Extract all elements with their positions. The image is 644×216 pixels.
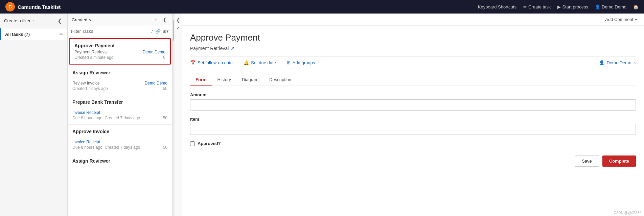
task-sub: Invoice Receipt bbox=[72, 140, 167, 144]
task-assignee: Demo Demo bbox=[143, 50, 165, 54]
task-name: Approve Payment bbox=[74, 43, 165, 48]
external-process-link[interactable]: ↗ bbox=[231, 46, 235, 51]
filter-icons: 7 🔗 ⊞▾ bbox=[151, 29, 169, 34]
edit-filter-button[interactable]: ✏ bbox=[60, 32, 63, 37]
start-process-link[interactable]: ▶ Start process bbox=[557, 4, 588, 9]
task-process: Invoice Receipt bbox=[72, 140, 100, 144]
home-icon: 🏠 bbox=[633, 4, 639, 9]
task-item[interactable]: Invoice Receipt Due 8 hours ago, Created… bbox=[68, 106, 172, 125]
pencil-icon: ✏ bbox=[523, 4, 527, 9]
collapse-task-list-button[interactable]: ❮ bbox=[161, 16, 168, 23]
add-groups-button[interactable]: ⊞ Add groups bbox=[287, 60, 315, 65]
task-group-label: Assign Reviewer bbox=[68, 66, 172, 77]
watermark: CSDN @yjk23332 bbox=[614, 211, 641, 215]
task-list-scrollbar[interactable] bbox=[172, 14, 175, 216]
sidebar-header: Create a filter + ❮ bbox=[0, 14, 67, 28]
task-item[interactable]: Invoice Receipt Due 8 hours ago, Created… bbox=[68, 136, 172, 154]
create-task-link[interactable]: ✏ Create task bbox=[523, 4, 551, 9]
task-tabs: Form History Diagram Description bbox=[190, 74, 636, 86]
task-list-header-actions: + ❮ bbox=[153, 16, 168, 23]
app-title: Camunda Tasklist bbox=[18, 4, 61, 10]
task-count: 50 bbox=[163, 145, 167, 150]
task-process: Payment Retrieval bbox=[74, 50, 108, 54]
assignee-person-icon: 👤 bbox=[599, 60, 604, 65]
task-meta: Due 8 hours ago, Created 7 days ago 50 bbox=[72, 116, 167, 120]
app-logo: C bbox=[5, 2, 15, 11]
tab-form[interactable]: Form bbox=[190, 74, 212, 86]
task-list-header: Created ∨ + ❮ bbox=[68, 14, 172, 26]
filter-count-label: 7 bbox=[151, 29, 153, 34]
username-label: Demo Demo bbox=[602, 4, 626, 9]
set-follow-up-label: Set follow-up date bbox=[198, 60, 233, 65]
item-label: Item bbox=[190, 117, 636, 122]
task-detail-subtitle: Payment Retrieval ↗ bbox=[190, 46, 636, 51]
create-filter-label: Create a filter bbox=[4, 18, 30, 23]
task-process-name: Payment Retrieval bbox=[190, 46, 229, 51]
main-content: Add Comment + Approve Payment Payment Re… bbox=[182, 14, 644, 216]
top-navigation: C Camunda Tasklist Keyboard Shortcuts ✏ … bbox=[0, 0, 644, 14]
task-count: 50 bbox=[163, 116, 167, 120]
user-icon: 👤 bbox=[595, 4, 600, 9]
approved-label: Approved? bbox=[198, 141, 221, 146]
home-link[interactable]: 🏠 bbox=[633, 4, 639, 9]
tab-description[interactable]: Description bbox=[264, 74, 297, 86]
left-sidebar: Create a filter + ❮ All tasks (7) ✏ bbox=[0, 14, 68, 216]
task-item[interactable]: Approve Payment Payment Retrieval Demo D… bbox=[69, 38, 171, 65]
set-due-date-button[interactable]: 🔔 Set due date bbox=[244, 60, 276, 65]
task-assignee: Demo Demo bbox=[145, 81, 167, 86]
task-sub: Review Invoice Demo Demo bbox=[72, 81, 167, 86]
task-count: 0 bbox=[163, 55, 165, 60]
groups-icon: ⊞ bbox=[287, 60, 291, 65]
tab-diagram[interactable]: Diagram bbox=[236, 74, 264, 86]
keyboard-shortcuts-link[interactable]: Keyboard Shortcuts bbox=[478, 4, 516, 9]
amount-input[interactable] bbox=[190, 99, 636, 111]
task-items-list: Approve Payment Payment Retrieval Demo D… bbox=[68, 37, 172, 216]
task-created: Created 7 days ago bbox=[72, 86, 108, 91]
create-task-label: Create task bbox=[528, 4, 551, 9]
task-form: Amount Item Approved? Save Complete bbox=[190, 92, 636, 173]
sidebar-collapse-button[interactable]: ❮ bbox=[56, 17, 63, 25]
approved-checkbox[interactable] bbox=[190, 141, 195, 146]
top-nav-right: Keyboard Shortcuts ✏ Create task ▶ Start… bbox=[478, 4, 639, 9]
panel-collapse-area: ❮ ⤢ bbox=[175, 14, 182, 216]
set-follow-up-button[interactable]: 📅 Set follow-up date bbox=[190, 60, 233, 65]
add-task-button[interactable]: + bbox=[153, 16, 159, 23]
calendar-icon: 📅 bbox=[190, 60, 196, 65]
panel-prev-button[interactable]: ❮ bbox=[176, 16, 180, 24]
scroll-thumb bbox=[173, 20, 174, 41]
task-sort-button[interactable]: Created ∨ bbox=[72, 17, 92, 22]
user-menu[interactable]: 👤 Demo Demo bbox=[595, 4, 626, 9]
main-content-header: Add Comment + bbox=[182, 14, 644, 26]
add-comment-plus: + bbox=[635, 17, 637, 22]
task-created: Due 8 hours ago, Created 7 days ago bbox=[72, 116, 140, 120]
add-groups-label: Add groups bbox=[293, 60, 315, 65]
task-meta: Created a minute ago 0 bbox=[74, 55, 165, 60]
save-button[interactable]: Save bbox=[575, 155, 599, 167]
panel-expand-button[interactable]: ⤢ bbox=[176, 24, 180, 32]
task-group-label: Assign Reviewer bbox=[68, 154, 172, 165]
tab-history[interactable]: History bbox=[212, 74, 236, 86]
task-filter-bar: 7 🔗 ⊞▾ bbox=[68, 26, 172, 37]
task-process: Invoice Receipt bbox=[72, 110, 100, 115]
set-due-date-label: Set due date bbox=[251, 60, 276, 65]
task-process: Review Invoice bbox=[72, 81, 100, 86]
task-meta: Due 8 hours ago, Created 7 days ago 50 bbox=[72, 145, 167, 150]
complete-button[interactable]: Complete bbox=[602, 155, 636, 167]
link-icon: 🔗 bbox=[155, 29, 161, 34]
create-filter-link[interactable]: Create a filter + bbox=[4, 18, 34, 23]
item-field-group: Item bbox=[190, 117, 636, 135]
play-icon: ▶ bbox=[557, 4, 561, 9]
task-filter-input[interactable] bbox=[71, 29, 149, 34]
add-comment-label: Add Comment bbox=[605, 17, 633, 22]
filter-options-icon[interactable]: ⊞▾ bbox=[163, 29, 169, 34]
task-created: Due 8 hours ago, Created 7 days ago bbox=[72, 145, 140, 150]
external-link-icon: ↗ bbox=[231, 46, 235, 51]
remove-assignee-button[interactable]: × bbox=[633, 60, 636, 65]
task-count: 50 bbox=[163, 86, 167, 91]
item-input[interactable] bbox=[190, 124, 636, 135]
all-tasks-filter[interactable]: All tasks (7) ✏ bbox=[0, 28, 67, 40]
task-sub: Invoice Receipt bbox=[72, 110, 167, 115]
task-item[interactable]: Review Invoice Demo Demo Created 7 days … bbox=[68, 77, 172, 95]
task-sub: Payment Retrieval Demo Demo bbox=[74, 50, 165, 54]
add-comment-button[interactable]: Add Comment + bbox=[605, 17, 637, 22]
